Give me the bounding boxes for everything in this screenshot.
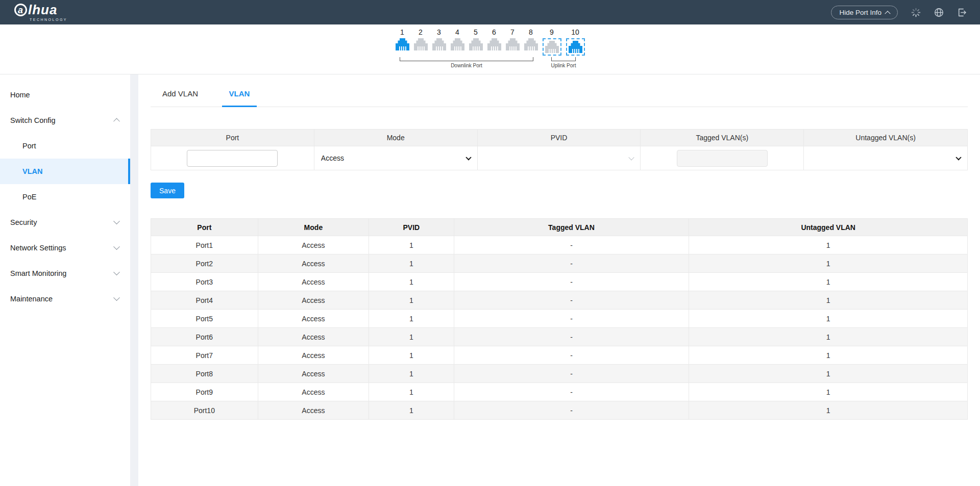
table-row: Port3Access1-1 [151, 273, 968, 291]
table-header-tagged-vlan: Tagged VLAN [454, 219, 689, 236]
port-unit-10[interactable]: 10 [566, 28, 585, 56]
logo-subtext: TECHNOLOGY [14, 18, 67, 21]
cell-tagged: - [454, 383, 689, 401]
topbar: alhua TECHNOLOGY Hide Port Info [0, 0, 980, 24]
sidebar-item-maintenance[interactable]: Maintenance [0, 286, 130, 312]
port-unit-9[interactable]: 9 [543, 28, 561, 56]
cell-mode: Access [258, 236, 369, 254]
sidebar-item-poe[interactable]: PoE [0, 184, 130, 210]
logo-text: lhua [28, 3, 57, 16]
cell-port: Port3 [151, 273, 258, 291]
cell-port: Port5 [151, 310, 258, 328]
cell-tagged: - [454, 346, 689, 365]
cell-untagged: 1 [689, 346, 968, 365]
form-header-pvid: PVID [478, 130, 641, 146]
port-number: 7 [510, 28, 514, 36]
tab-add-vlan[interactable]: Add VLAN [151, 89, 210, 107]
save-button[interactable]: Save [151, 183, 184, 198]
tab-bar: Add VLAN VLAN [151, 74, 968, 107]
chevron-up-icon [113, 118, 120, 124]
table-row: Port5Access1-1 [151, 310, 968, 328]
cell-mode: Access [258, 346, 369, 365]
rj45-port-icon [487, 38, 501, 50]
cell-port: Port8 [151, 365, 258, 383]
port-input[interactable] [187, 150, 278, 167]
cell-pvid: 1 [369, 383, 454, 401]
port-unit-4[interactable]: 4 [451, 28, 464, 50]
logout-icon[interactable] [957, 8, 967, 17]
uplink-bracket [551, 57, 576, 61]
rj45-port-icon [524, 38, 538, 50]
port-diagram: 12345678910 [396, 28, 585, 56]
uplink-port-label: Uplink Port [551, 63, 576, 68]
port-unit-5[interactable]: 5 [469, 28, 483, 50]
table-row: Port10Access1-1 [151, 401, 968, 420]
port-unit-6[interactable]: 6 [487, 28, 501, 50]
dahua-logo[interactable]: alhua TECHNOLOGY [14, 3, 67, 21]
sidebar-divider [130, 74, 138, 486]
untagged-vlans-select[interactable] [804, 146, 967, 170]
cell-mode: Access [258, 365, 369, 383]
cell-port: Port10 [151, 401, 258, 420]
port-unit-7[interactable]: 7 [506, 28, 520, 50]
cell-mode: Access [258, 328, 369, 346]
chevron-down-icon [113, 269, 120, 275]
rj45-port-icon [414, 38, 428, 50]
rj45-port-icon [566, 38, 585, 56]
sidebar-item-port[interactable]: Port [0, 133, 130, 159]
sidebar-item-label: Maintenance [10, 295, 53, 303]
form-header-mode: Mode [314, 130, 478, 146]
table-row: Port2Access1-1 [151, 254, 968, 273]
sidebar-item-security[interactable]: Security [0, 210, 130, 235]
port-number: 2 [419, 28, 423, 36]
spinner-icon[interactable] [911, 8, 921, 17]
sidebar-item-label: Security [10, 218, 37, 226]
sidebar-item-network-settings[interactable]: Network Settings [0, 235, 130, 261]
downlink-bracket [400, 57, 533, 61]
sidebar-item-home[interactable]: Home [0, 82, 130, 108]
cell-tagged: - [454, 291, 689, 310]
table-row: Port9Access1-1 [151, 383, 968, 401]
port-unit-3[interactable]: 3 [432, 28, 446, 50]
pvid-select[interactable] [478, 146, 641, 170]
mode-select[interactable]: Access [314, 146, 477, 170]
table-row: Port1Access1-1 [151, 236, 968, 254]
tab-vlan[interactable]: VLAN [210, 89, 269, 107]
form-header-untagged-vlans: Untagged VLAN(s) [804, 130, 967, 146]
cell-pvid: 1 [369, 310, 454, 328]
tagged-vlans-input[interactable] [677, 150, 768, 167]
hide-port-info-button[interactable]: Hide Port Info [831, 6, 898, 19]
sidebar-item-label: Home [10, 91, 30, 99]
cell-tagged: - [454, 365, 689, 383]
cell-tagged: - [454, 236, 689, 254]
port-number: 3 [437, 28, 441, 36]
rj45-port-icon [396, 38, 409, 50]
port-number: 1 [400, 28, 404, 36]
rj45-port-icon [451, 38, 464, 50]
chevron-down-icon [113, 294, 120, 301]
sidebar-item-switch-config[interactable]: Switch Config [0, 108, 130, 133]
cell-mode: Access [258, 383, 369, 401]
cell-port: Port2 [151, 254, 258, 273]
cell-pvid: 1 [369, 401, 454, 420]
globe-icon[interactable] [934, 8, 944, 17]
port-unit-1[interactable]: 1 [396, 28, 409, 50]
port-unit-8[interactable]: 8 [524, 28, 538, 50]
chevron-up-icon [885, 11, 890, 16]
sidebar-item-label: Network Settings [10, 244, 66, 252]
table-row: Port6Access1-1 [151, 328, 968, 346]
cell-tagged: - [454, 254, 689, 273]
cell-untagged: 1 [689, 328, 968, 346]
cell-tagged: - [454, 310, 689, 328]
port-unit-2[interactable]: 2 [414, 28, 428, 50]
cell-untagged: 1 [689, 236, 968, 254]
sidebar-item-label: Port [22, 142, 36, 150]
form-header-port: Port [151, 130, 314, 146]
table-row: Port8Access1-1 [151, 365, 968, 383]
cell-mode: Access [258, 291, 369, 310]
sidebar-item-vlan[interactable]: VLAN [0, 159, 130, 184]
port-number: 6 [492, 28, 496, 36]
port-info-band: 12345678910 Downlink Port Uplink Port [0, 24, 980, 74]
sidebar-item-smart-monitoring[interactable]: Smart Monitoring [0, 261, 130, 286]
cell-pvid: 1 [369, 273, 454, 291]
